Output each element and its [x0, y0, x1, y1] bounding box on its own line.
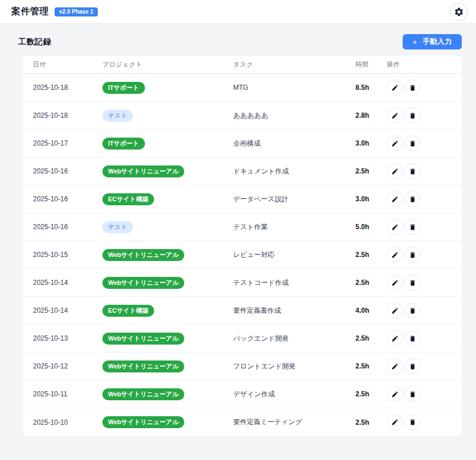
table-row: 2025-10-11 Webサイトリニューアル デザイン作成 2.5h: [23, 380, 462, 408]
settings-button[interactable]: [450, 3, 468, 21]
project-cell: Webサイトリニューアル: [102, 388, 233, 400]
project-badge: Webサイトリニューアル: [102, 333, 184, 345]
hours-cell: 4.0h: [355, 306, 387, 314]
delete-button[interactable]: [404, 386, 420, 402]
actions-cell: [387, 219, 453, 235]
edit-button[interactable]: [387, 275, 403, 291]
table-row: 2025-10-10 Webサイトリニューアル 要件定義ミーティング 2.5h: [23, 408, 462, 436]
trash-icon: [409, 251, 416, 259]
delete-button[interactable]: [404, 163, 420, 179]
table-row: 2025-10-14 Webサイトリニューアル テストコード作成 2.5h: [23, 269, 462, 297]
delete-button[interactable]: [404, 135, 420, 151]
pencil-icon: [391, 140, 399, 147]
project-cell: Webサイトリニューアル: [102, 249, 233, 261]
task-cell: 要件定義ミーティング: [233, 417, 355, 427]
table-row: 2025-10-13 Webサイトリニューアル バックエンド開発 2.5h: [23, 325, 462, 353]
actions-cell: [387, 107, 453, 123]
project-cell: テスト: [102, 110, 233, 122]
project-cell: Webサイトリニューアル: [102, 277, 233, 289]
delete-button[interactable]: [404, 247, 420, 263]
edit-button[interactable]: [387, 386, 403, 402]
trash-icon: [409, 279, 416, 287]
table-row: 2025-10-17 ITサポート 企画構成 3.0h: [23, 130, 462, 158]
edit-button[interactable]: [387, 302, 403, 318]
delete-button[interactable]: [404, 107, 420, 123]
actions-cell: [387, 415, 453, 430]
pencil-icon: [391, 84, 399, 92]
project-badge: Webサイトリニューアル: [102, 388, 184, 400]
edit-button[interactable]: [387, 330, 403, 346]
edit-button[interactable]: [387, 191, 403, 207]
trash-icon: [409, 391, 416, 398]
date-cell: 2025-10-16: [33, 195, 102, 203]
project-badge: ECサイト構築: [102, 193, 154, 205]
section-title: 工数記録: [18, 37, 51, 47]
actions-cell: [387, 80, 453, 96]
actions-cell: [387, 330, 453, 346]
main-content: 工数記録 + 手動入力 日付 プロジェクト タスク 時間 操作 2025-10-…: [0, 24, 476, 436]
project-cell: Webサイトリニューアル: [102, 360, 233, 372]
task-cell: テスト作業: [233, 222, 355, 232]
delete-button[interactable]: [404, 330, 420, 346]
edit-button[interactable]: [387, 247, 403, 263]
column-header-actions: 操作: [387, 60, 453, 69]
date-cell: 2025-10-14: [33, 279, 102, 287]
trash-icon: [409, 84, 416, 92]
edit-button[interactable]: [387, 358, 403, 374]
task-cell: 企画構成: [233, 139, 355, 148]
edit-button[interactable]: [387, 163, 403, 179]
table-header-row: 日付 プロジェクト タスク 時間 操作: [23, 56, 462, 74]
pencil-icon: [391, 335, 399, 342]
project-badge: ITサポート: [102, 138, 145, 150]
edit-button[interactable]: [387, 415, 403, 430]
delete-button[interactable]: [404, 302, 420, 318]
pencil-icon: [391, 168, 399, 175]
plus-icon: +: [412, 38, 417, 47]
table-row: 2025-10-12 Webサイトリニューアル フロントエンド開発 2.5h: [23, 353, 462, 380]
table-row: 2025-10-18 テスト あああああ 2.8h: [23, 102, 462, 130]
edit-button[interactable]: [387, 80, 403, 96]
trash-icon: [409, 140, 416, 147]
delete-button[interactable]: [404, 275, 420, 291]
gear-icon: [454, 7, 464, 17]
task-cell: フロントエンド開発: [233, 362, 355, 371]
task-cell: データベース設計: [233, 194, 355, 204]
pencil-icon: [391, 196, 399, 203]
hours-cell: 2.5h: [355, 390, 387, 398]
edit-button[interactable]: [387, 135, 403, 151]
date-cell: 2025-10-13: [33, 334, 102, 342]
actions-cell: [387, 275, 453, 291]
pencil-icon: [391, 279, 399, 287]
page-title: 案件管理: [11, 6, 49, 18]
table-row: 2025-10-16 テスト テスト作業 5.0h: [23, 213, 462, 241]
project-cell: Webサイトリニューアル: [102, 333, 233, 345]
hours-cell: 2.5h: [355, 279, 387, 287]
trash-icon: [409, 196, 416, 203]
pencil-icon: [391, 251, 399, 259]
hours-cell: 5.0h: [355, 223, 387, 231]
edit-button[interactable]: [387, 107, 403, 123]
table-row: 2025-10-16 ECサイト構築 データベース設計 3.0h: [23, 185, 462, 213]
delete-button[interactable]: [404, 80, 420, 96]
delete-button[interactable]: [404, 219, 420, 235]
project-badge: Webサイトリニューアル: [102, 165, 184, 177]
hours-cell: 2.5h: [355, 167, 387, 175]
trash-icon: [409, 307, 416, 314]
delete-button[interactable]: [404, 191, 420, 207]
edit-button[interactable]: [387, 219, 403, 235]
manual-input-button[interactable]: + 手動入力: [403, 34, 462, 49]
hours-cell: 2.5h: [355, 334, 387, 342]
pencil-icon: [391, 363, 399, 370]
version-badge: v2.0 Phase 1: [55, 7, 98, 16]
section-header: 工数記録 + 手動入力: [18, 34, 462, 49]
hours-cell: 3.0h: [355, 139, 387, 147]
project-cell: ECサイト構築: [102, 305, 233, 317]
actions-cell: [387, 302, 453, 318]
date-cell: 2025-10-12: [33, 362, 102, 370]
task-cell: デザイン作成: [233, 389, 355, 399]
column-header-project: プロジェクト: [102, 60, 233, 69]
project-badge: テスト: [102, 221, 133, 233]
delete-button[interactable]: [404, 415, 420, 430]
work-log-card: 日付 プロジェクト タスク 時間 操作 2025-10-18 ITサポート MT…: [23, 56, 462, 436]
delete-button[interactable]: [404, 358, 420, 374]
